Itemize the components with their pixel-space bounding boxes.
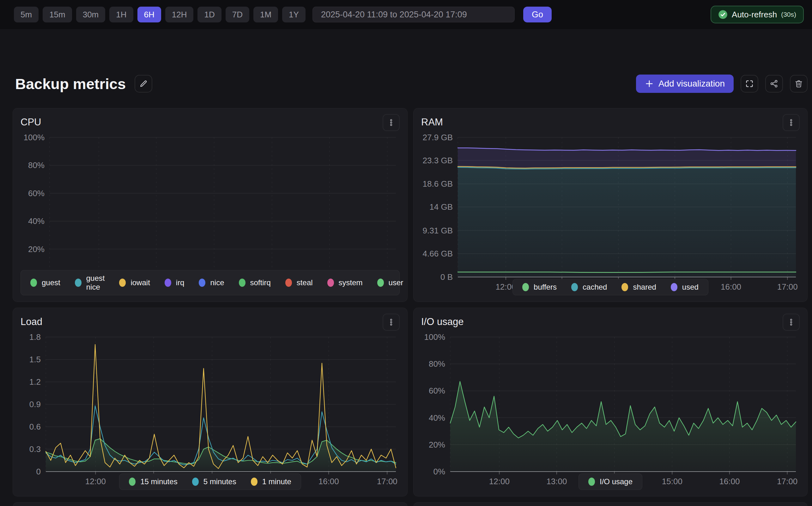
legend-item-guest[interactable]: guest — [30, 278, 60, 287]
share-button[interactable] — [765, 75, 783, 93]
legend-color-dot — [285, 278, 292, 287]
check-circle-icon — [718, 10, 728, 19]
panel-header: CPU — [20, 114, 400, 133]
top-toolbar: 5m15m30m1H6H12H1D7D1M1Y Go Auto-refresh … — [0, 0, 812, 29]
panel-title: RAM — [421, 116, 443, 128]
range-button-1m[interactable]: 1M — [253, 7, 278, 22]
i-o-usage-legend-pill: I/O usage — [578, 474, 642, 490]
panel-title: CPU — [20, 116, 41, 128]
panel-menu-button[interactable] — [783, 114, 800, 131]
legend-item-nice[interactable]: nice — [199, 278, 224, 287]
legend-item-cached[interactable]: cached — [571, 283, 607, 291]
legend-color-dot — [327, 278, 334, 287]
legend-item-1-minute[interactable]: 1 minute — [251, 477, 291, 486]
panel-menu-button[interactable] — [383, 114, 400, 131]
legend-item-5-minutes[interactable]: 5 minutes — [192, 477, 236, 486]
legend-label: used — [682, 283, 699, 291]
range-button-15m[interactable]: 15m — [43, 7, 72, 22]
y-axis-tick-label: 9.31 GB — [423, 226, 453, 235]
kebab-icon — [387, 119, 395, 126]
pencil-icon — [139, 79, 148, 88]
delete-dashboard-button[interactable] — [790, 75, 808, 93]
y-axis-tick-label: 60% — [28, 188, 45, 198]
range-button-7d[interactable]: 7D — [226, 7, 249, 22]
range-button-1h[interactable]: 1H — [109, 7, 133, 22]
auto-refresh-toggle[interactable]: Auto-refresh (30s) — [711, 6, 804, 23]
legend-color-dot — [30, 278, 37, 287]
range-button-1d[interactable]: 1D — [197, 7, 221, 22]
legend-item-system[interactable]: system — [327, 278, 363, 287]
go-button[interactable]: Go — [523, 7, 552, 22]
load-legend: 15 minutes5 minutes1 minute — [20, 474, 400, 490]
ram-legend-pill: bufferscachedsharedused — [512, 279, 708, 295]
page-header: Backup metrics Add visualization — [15, 75, 808, 93]
y-axis-tick-label: 100% — [24, 133, 45, 142]
legend-color-dot — [129, 478, 136, 486]
legend-color-dot — [622, 283, 628, 291]
date-range-input[interactable] — [313, 7, 515, 22]
legend-item-i-o-usage[interactable]: I/O usage — [588, 477, 633, 486]
y-axis-tick-label: 20% — [429, 440, 445, 449]
auto-refresh-label: Auto-refresh — [732, 10, 777, 20]
plus-icon — [645, 79, 654, 88]
y-axis-tick-label: 0.9 — [29, 400, 41, 409]
panel-header: RAM — [421, 114, 800, 133]
add-visualization-label: Add visualization — [658, 79, 725, 89]
y-axis-tick-label: 60% — [429, 386, 445, 396]
legend-item-used[interactable]: used — [671, 283, 699, 291]
edit-title-button[interactable] — [135, 75, 152, 93]
time-range-toolbar: 5m15m30m1H6H12H1D7D1M1Y — [14, 7, 306, 22]
y-axis-tick-label: 27.9 GB — [423, 133, 453, 142]
legend-item-iowait[interactable]: iowait — [119, 278, 150, 287]
legend-color-dot — [199, 278, 206, 287]
cpu-legend-pill: guestguest niceiowaitirqnicesoftirqsteal… — [20, 270, 400, 295]
y-axis-tick-label: 0.6 — [29, 422, 41, 431]
legend-label: system — [339, 278, 363, 287]
legend-color-dot — [571, 283, 578, 291]
y-axis-tick-label: 80% — [429, 359, 445, 368]
legend-item-user[interactable]: user — [377, 278, 403, 287]
legend-item-irq[interactable]: irq — [165, 278, 184, 287]
legend-label: user — [389, 278, 403, 287]
legend-item-15-minutes[interactable]: 15 minutes — [129, 477, 177, 486]
legend-item-guest-nice[interactable]: guest nice — [75, 274, 105, 291]
panel-menu-button[interactable] — [383, 314, 400, 331]
legend-color-dot — [119, 278, 126, 287]
legend-color-dot — [671, 283, 677, 291]
range-button-5m[interactable]: 5m — [14, 7, 38, 22]
y-axis-tick-label: 20% — [28, 245, 45, 254]
dashboard-grid: CPU 100%80%60%40%20%0%12:0013:0014:0015:… — [13, 108, 808, 506]
panel-header: Load — [20, 314, 400, 333]
load-legend-pill: 15 minutes5 minutes1 minute — [119, 474, 301, 490]
y-axis-tick-label: 1.8 — [29, 333, 41, 342]
range-button-30m[interactable]: 30m — [76, 7, 105, 22]
ram-chart: 27.9 GB23.3 GB18.6 GB14 GB9.31 GB4.66 GB… — [421, 133, 800, 276]
legend-color-dot — [377, 278, 384, 287]
i-o-usage-chart-canvas: 100%80%60%40%20%0%12:0013:0014:0015:0016… — [421, 333, 800, 487]
panel-header: I/O usage — [421, 314, 800, 333]
fullscreen-icon — [745, 79, 754, 88]
range-button-1y[interactable]: 1Y — [282, 7, 306, 22]
cpu-chart: 100%80%60%40%20%0%12:0013:0014:0015:0016… — [20, 133, 400, 267]
legend-label: shared — [633, 283, 656, 291]
legend-item-shared[interactable]: shared — [622, 283, 656, 291]
legend-item-buffers[interactable]: buffers — [522, 283, 557, 291]
legend-label: steal — [297, 278, 313, 287]
panel-io-usage: I/O usage 100%80%60%40%20%0%12:0013:0014… — [413, 308, 808, 497]
series-line-buffers — [458, 272, 796, 272]
legend-item-steal[interactable]: steal — [285, 278, 313, 287]
legend-label: guest — [42, 278, 60, 287]
range-button-6h[interactable]: 6H — [138, 7, 161, 22]
legend-label: 1 minute — [262, 477, 291, 486]
y-axis-tick-label: 80% — [28, 160, 45, 170]
load-chart: 1.81.51.20.90.60.3012:0013:0014:0015:001… — [20, 333, 400, 470]
legend-item-softirq[interactable]: softirq — [239, 278, 271, 287]
range-button-12h[interactable]: 12H — [165, 7, 194, 22]
kebab-icon — [787, 318, 795, 326]
legend-label: 5 minutes — [204, 477, 236, 486]
fullscreen-button[interactable] — [741, 75, 758, 93]
legend-label: softirq — [250, 278, 271, 287]
panel-menu-button[interactable] — [783, 314, 800, 331]
y-axis-tick-label: 1.2 — [29, 377, 41, 387]
add-visualization-button[interactable]: Add visualization — [636, 75, 734, 93]
